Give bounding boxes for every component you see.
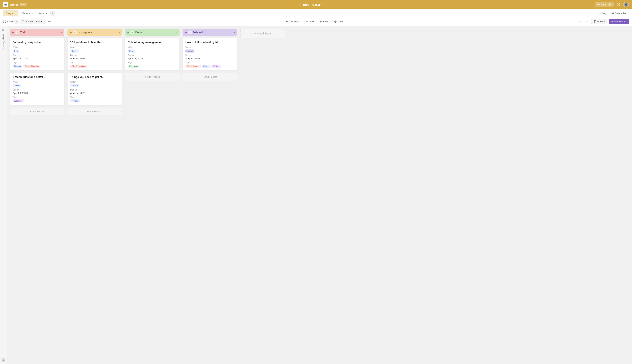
due-label: Due on [70, 54, 119, 56]
svg-rect-12 [4, 22, 4, 23]
due-label: Due on [128, 54, 177, 56]
column-header-left: ⊞ 2 Todo [12, 30, 26, 34]
writer-tag: Hazen [186, 50, 194, 52]
tag-diet: Diet & Nutrition [70, 65, 87, 68]
card-8-techniques: 8 techniques for a better ... Writer Jus… [10, 72, 64, 106]
due-label: Due on [186, 54, 234, 56]
add-view-button[interactable]: + [14, 20, 19, 24]
topbar: 🗃 Tables Beta Blog Tracker ▾ Share 6 ? [0, 0, 632, 9]
card-title: Things you need to get st... [70, 75, 119, 79]
plus-icon: + [254, 32, 256, 35]
tag-welln: Welln... [211, 65, 221, 68]
configure-button[interactable]: Configure [284, 19, 302, 24]
col-chevron-inprogress[interactable]: ▾ [119, 32, 120, 34]
writer-label: Writer [70, 81, 119, 83]
add-record-todo[interactable]: + Add Record [10, 108, 64, 115]
tags-row: Fitness [70, 99, 119, 102]
column-done: ⊞ 1 Done ▾ Role of injury managemen... W… [125, 29, 180, 80]
col-grid-icon: ⊞ [12, 31, 14, 34]
redo-button[interactable]: ↪ [584, 19, 590, 24]
color-button[interactable]: Color [332, 19, 346, 24]
svg-rect-11 [5, 20, 6, 22]
col-label-delayed: Delayed [193, 31, 203, 34]
uncategorised-count: 0 [2, 358, 5, 362]
add-record-inprogress[interactable]: + Add Record [68, 108, 122, 115]
writer-tag: Hazen [70, 84, 79, 87]
tab-list: Blogs ▾ Channels Writers + [3, 10, 55, 16]
due-value: April 13, 2023 [128, 57, 177, 60]
add-stack-column: + + Add Stack [240, 29, 285, 38]
uncategorised-label: Uncategorised [2, 34, 5, 50]
filter-icon [320, 20, 322, 23]
column-inprogress: ⊞ 2 In progress ▾ ••• 10 food items to b… [68, 29, 122, 115]
col-grid-icon: ⊞ [127, 31, 129, 34]
writer-label: Writer [128, 46, 177, 48]
add-record-button[interactable]: + Add Record [609, 19, 629, 24]
writer-tag: Eva [128, 50, 134, 52]
col-count-todo: 2 [15, 30, 19, 34]
share-label: Share [601, 3, 607, 6]
left-sidebar: ⊞ Uncategorised 0 [0, 26, 7, 364]
add-stack-label: + Add Stack [257, 32, 271, 35]
sort-icon [306, 20, 308, 23]
views-button[interactable]: Views [3, 20, 13, 23]
add-tab-button[interactable]: + [50, 11, 55, 16]
column-header-done: ⊞ 1 Done ▾ [125, 29, 180, 36]
board: ⊞ 2 Todo ▾ Eat healthy, stay active Writ… [7, 26, 632, 364]
sort-button[interactable]: Sort [304, 19, 316, 24]
avatar[interactable]: 👤 [623, 2, 629, 7]
sidebar-collapse-icon[interactable]: ⊞ [2, 28, 4, 31]
tab-writers[interactable]: Writers [36, 10, 50, 16]
card-things-you-need: Things you need to get st... Writer Haze… [68, 72, 122, 106]
column-header-left: ⊞ 1 Delayed [185, 30, 203, 34]
writer-label: Writer [186, 46, 234, 48]
card-title: How to follow a healthy lif... [186, 40, 234, 44]
add-record-delayed[interactable]: + Add Record [182, 73, 237, 80]
toolbar-center: Configure Sort Filter Color [284, 19, 346, 24]
view-options-button[interactable]: ••• [47, 20, 52, 24]
filter-button[interactable]: Filter [317, 19, 331, 24]
writer-tag: Eva [12, 50, 19, 52]
share-button[interactable]: Share 6 [595, 2, 614, 7]
col-chevron-done[interactable]: ▾ [176, 32, 177, 34]
add-record-done[interactable]: + Add Record [125, 73, 180, 80]
due-label: Due on [12, 89, 62, 91]
automation-button[interactable]: Automation [610, 11, 629, 15]
share-icon [597, 3, 600, 6]
tag-wellness: Wellness [12, 100, 24, 102]
views-label: Views [7, 20, 13, 23]
tab-channels[interactable]: Channels [19, 10, 35, 16]
builder-button[interactable]: Builder [591, 19, 607, 24]
project-title[interactable]: Blog Tracker ▾ [299, 3, 322, 6]
tag-fitness: Fitness [12, 65, 22, 68]
card-title: 10 food items to beat the ... [70, 40, 119, 44]
due-value: April 25, 2023 [70, 57, 119, 60]
svg-rect-14 [22, 20, 24, 21]
undo-button[interactable]: ↩ [578, 19, 583, 24]
view-name: Stacked by Sta... [25, 20, 44, 23]
col-chevron-delayed[interactable]: ▾ [234, 32, 235, 34]
writer-label: Writer [12, 46, 62, 48]
svg-rect-0 [299, 3, 302, 6]
views-icon [3, 20, 6, 23]
svg-rect-10 [4, 20, 4, 22]
tags-label: Tags [12, 96, 62, 98]
column-header-delayed: ⊞ 1 Delayed ▾ [182, 29, 237, 36]
col-chevron-todo[interactable]: ▾ [61, 32, 62, 34]
svg-rect-20 [594, 20, 596, 23]
stack-icon [22, 20, 24, 23]
log-button[interactable]: Log [597, 11, 608, 15]
tag-diet-nutri: Diet & Nutri... [186, 65, 201, 68]
tags-row: Diet & Nutri... Fitn... Welln... [186, 64, 234, 68]
tab-blogs[interactable]: Blogs ▾ [3, 10, 18, 16]
col-count-done: 1 [130, 30, 134, 34]
add-stack-button[interactable]: + + Add Stack [240, 29, 285, 38]
col-grid-icon: ⊞ [185, 31, 187, 34]
help-button[interactable]: ? [616, 2, 621, 7]
tags-label: Tags [186, 61, 234, 64]
tags-row: Recovery [128, 64, 177, 68]
current-view[interactable]: Stacked by Sta... [20, 20, 46, 24]
card-title: Eat healthy, stay active [12, 40, 62, 44]
beta-badge: Beta [20, 3, 26, 6]
due-label: Due on [70, 89, 119, 91]
